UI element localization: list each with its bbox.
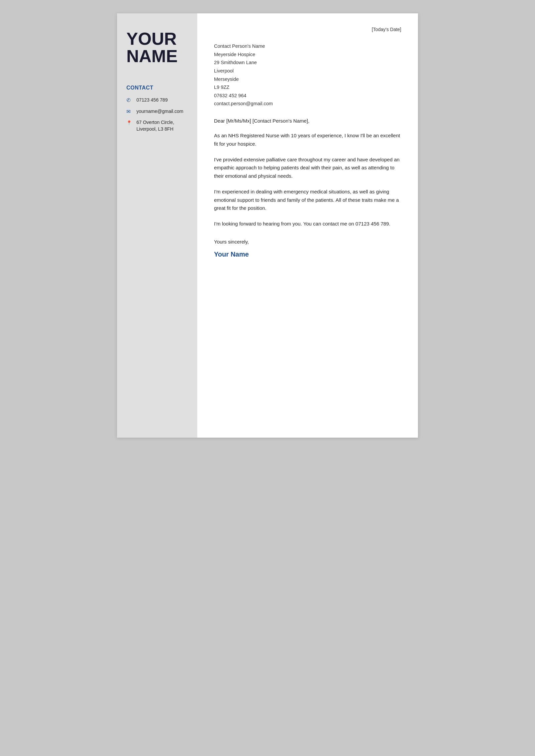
email-icon — [126, 109, 133, 115]
recipient-city: Liverpool — [214, 67, 401, 75]
phone-icon — [126, 97, 133, 103]
address-text: 67 Overton Circle, Liverpool, L3 8FH — [136, 119, 174, 132]
salutation: Dear [Mr/Ms/Mx] [Contact Person's Name], — [214, 118, 401, 124]
recipient-county: Merseyside — [214, 75, 401, 84]
sidebar-name-block: YOUR NAME — [126, 30, 188, 65]
address-item: 67 Overton Circle, Liverpool, L3 8FH — [126, 119, 188, 132]
recipient-phone: 07632 452 964 — [214, 92, 401, 100]
closing: Yours sincerely, — [214, 239, 401, 245]
paragraph-1: As an NHS Registered Nurse with 10 years… — [214, 132, 401, 148]
recipient-email: contact.person@gmail.com — [214, 100, 401, 108]
signature-name: Your Name — [214, 251, 401, 258]
page: YOUR NAME CONTACT 07123 456 789 yourname… — [117, 13, 418, 438]
contact-section-title: CONTACT — [126, 85, 188, 91]
recipient-address: Contact Person's Name Meyerside Hospice … — [214, 42, 401, 108]
paragraph-2: I've provided extensive palliative care … — [214, 156, 401, 180]
recipient-street: 29 Smithdown Lane — [214, 58, 401, 67]
paragraph-3: I'm experienced in dealing with emergenc… — [214, 188, 401, 212]
paragraph-4: I'm looking forward to hearing from you.… — [214, 220, 401, 228]
sidebar: YOUR NAME CONTACT 07123 456 789 yourname… — [117, 13, 197, 438]
recipient-name: Contact Person's Name — [214, 42, 401, 50]
date-line: [Today's Date] — [214, 27, 401, 32]
recipient-company: Meyerside Hospice — [214, 50, 401, 59]
letter-body: As an NHS Registered Nurse with 10 years… — [214, 132, 401, 236]
name-heading: YOUR NAME — [126, 30, 188, 65]
contact-section: CONTACT 07123 456 789 yourname@gmail.com… — [126, 85, 188, 137]
recipient-postcode: L9 9ZZ — [214, 83, 401, 92]
phone-number: 07123 456 789 — [136, 97, 168, 104]
email-item: yourname@gmail.com — [126, 108, 188, 115]
main-content: [Today's Date] Contact Person's Name Mey… — [197, 13, 418, 438]
location-icon — [126, 120, 133, 125]
email-address: yourname@gmail.com — [136, 108, 183, 115]
phone-item: 07123 456 789 — [126, 97, 188, 104]
